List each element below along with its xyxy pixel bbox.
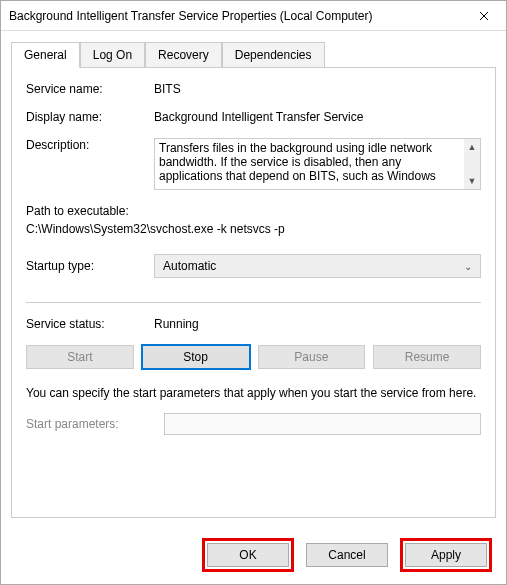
tab-general[interactable]: General (11, 42, 80, 68)
description-text: Transfers files in the background using … (159, 141, 436, 183)
display-name-label: Display name: (26, 110, 154, 124)
service-status-value: Running (154, 317, 481, 331)
ok-highlight: OK (202, 538, 294, 572)
scroll-up-icon[interactable]: ▲ (464, 139, 480, 155)
service-name-value: BITS (154, 82, 481, 96)
stop-button[interactable]: Stop (142, 345, 250, 369)
divider (26, 302, 481, 303)
start-params-note: You can specify the start parameters tha… (26, 385, 481, 401)
start-parameters-label: Start parameters: (26, 417, 154, 431)
tab-recovery[interactable]: Recovery (145, 42, 222, 68)
display-name-value: Background Intelligent Transfer Service (154, 110, 481, 124)
apply-highlight: Apply (400, 538, 492, 572)
service-name-label: Service name: (26, 82, 154, 96)
service-control-buttons: Start Stop Pause Resume (26, 345, 481, 369)
close-button[interactable] (461, 1, 506, 31)
start-parameters-input (164, 413, 481, 435)
window-title: Background Intelligent Transfer Service … (9, 9, 461, 23)
cancel-wrap: Cancel (306, 543, 388, 567)
scroll-down-icon[interactable]: ▼ (464, 173, 480, 189)
startup-type-label: Startup type: (26, 259, 154, 273)
path-value: C:\Windows\System32\svchost.exe -k netsv… (26, 222, 481, 236)
ok-button[interactable]: OK (207, 543, 289, 567)
resume-button: Resume (373, 345, 481, 369)
cancel-button[interactable]: Cancel (306, 543, 388, 567)
startup-type-select[interactable]: Automatic ⌄ (154, 254, 481, 278)
tab-log-on[interactable]: Log On (80, 42, 145, 68)
properties-window: Background Intelligent Transfer Service … (0, 0, 507, 585)
titlebar: Background Intelligent Transfer Service … (1, 1, 506, 31)
start-button: Start (26, 345, 134, 369)
description-box[interactable]: Transfers files in the background using … (154, 138, 481, 190)
description-label: Description: (26, 138, 154, 152)
chevron-down-icon: ⌄ (464, 261, 472, 272)
path-label: Path to executable: (26, 204, 481, 218)
apply-button[interactable]: Apply (405, 543, 487, 567)
pause-button: Pause (258, 345, 366, 369)
tab-strip: General Log On Recovery Dependencies (11, 41, 496, 67)
close-icon (479, 11, 489, 21)
general-panel: Service name: BITS Display name: Backgro… (11, 67, 496, 518)
dialog-footer: OK Cancel Apply (1, 528, 506, 584)
tab-dependencies[interactable]: Dependencies (222, 42, 325, 68)
startup-type-value: Automatic (163, 259, 216, 273)
service-status-label: Service status: (26, 317, 154, 331)
description-scrollbar[interactable]: ▲ ▼ (464, 139, 480, 189)
